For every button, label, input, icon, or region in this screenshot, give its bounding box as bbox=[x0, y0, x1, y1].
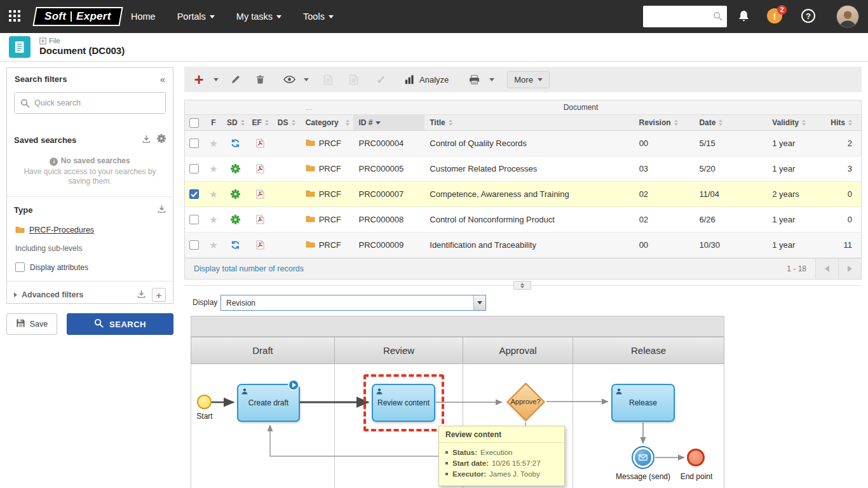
table-row[interactable]: ★ PRCF PRC000009 Identification and Trac… bbox=[185, 233, 861, 258]
col-header-ds[interactable]: DS bbox=[273, 115, 301, 130]
display-attributes-label: Display attributes bbox=[30, 263, 88, 272]
favorite-star-icon[interactable]: ★ bbox=[209, 214, 217, 226]
printer-icon bbox=[469, 75, 480, 85]
pdf-file-icon[interactable] bbox=[248, 139, 273, 148]
print-button[interactable] bbox=[463, 67, 485, 92]
task-review-content[interactable]: Review content bbox=[372, 384, 435, 422]
select-all-checkbox[interactable] bbox=[189, 118, 199, 128]
info-icon: i bbox=[50, 158, 58, 166]
tooltip-executor: Executor:James J. Tooby bbox=[445, 469, 558, 480]
eye-icon bbox=[283, 76, 295, 83]
total-records-link[interactable]: Display total number of records bbox=[194, 264, 304, 273]
status-released-icon bbox=[223, 215, 248, 224]
add-dropdown-caret[interactable] bbox=[210, 67, 220, 92]
pdf-file-icon[interactable] bbox=[248, 215, 273, 224]
favorite-star-icon[interactable]: ★ bbox=[209, 240, 217, 251]
col-header-validity[interactable]: Validity bbox=[767, 115, 827, 130]
row-checkbox[interactable] bbox=[189, 164, 199, 173]
pdf-file-icon[interactable] bbox=[248, 240, 273, 250]
add-filter-button[interactable]: + bbox=[152, 288, 166, 302]
nav-my-tasks[interactable]: My tasks bbox=[236, 11, 281, 22]
col-header-ef[interactable]: EF bbox=[248, 115, 273, 130]
row-checkbox[interactable] bbox=[189, 240, 199, 250]
status-released-icon bbox=[223, 189, 248, 199]
export-icon[interactable] bbox=[137, 289, 146, 301]
col-header-title[interactable]: Title bbox=[424, 115, 634, 130]
trash-icon bbox=[255, 74, 265, 85]
task-release[interactable]: Release bbox=[611, 384, 675, 422]
delete-button[interactable] bbox=[248, 67, 272, 92]
row-checkbox[interactable] bbox=[189, 189, 199, 199]
next-page-button[interactable] bbox=[838, 259, 861, 279]
favorite-star-icon[interactable]: ★ bbox=[209, 189, 217, 200]
add-button[interactable]: + bbox=[188, 67, 210, 92]
table-row-selected[interactable]: ★ PRCF PRC000007 Competence, Awareness a… bbox=[185, 182, 861, 207]
help-icon[interactable]: ? bbox=[801, 9, 815, 23]
save-search-button[interactable]: Save bbox=[6, 313, 57, 335]
table-row[interactable]: ★ PRCF PRC000004 Control of Quality Reco… bbox=[185, 131, 861, 156]
export-icon[interactable] bbox=[158, 204, 166, 215]
approve-button-disabled: ✓ bbox=[369, 67, 394, 92]
col-header-category[interactable]: Category bbox=[301, 115, 354, 130]
view-dropdown-caret[interactable] bbox=[300, 67, 310, 92]
search-button[interactable]: SEARCH bbox=[67, 313, 173, 335]
display-label: Display bbox=[193, 298, 217, 307]
view-button[interactable] bbox=[278, 67, 300, 92]
row-checkbox[interactable] bbox=[189, 139, 199, 148]
display-select-value: Revision bbox=[221, 295, 473, 310]
grid-toolbar: + ✓ Analyze More bbox=[184, 67, 862, 92]
table-row[interactable]: ★ PRCF PRC000005 Customer Related Proces… bbox=[185, 156, 861, 182]
collapse-sidebar-button[interactable]: « bbox=[160, 74, 165, 85]
edit-button[interactable] bbox=[224, 67, 248, 92]
lane-header-release: Release bbox=[573, 337, 724, 364]
col-header-sd[interactable]: SD bbox=[223, 115, 248, 130]
more-button[interactable]: More bbox=[507, 71, 550, 88]
favorite-star-icon[interactable]: ★ bbox=[209, 138, 217, 149]
table-row[interactable]: ★ PRCF PRC000008 Control of Nonconformin… bbox=[185, 207, 861, 233]
pdf-file-icon[interactable] bbox=[248, 189, 273, 199]
favorite-star-icon[interactable]: ★ bbox=[209, 163, 217, 175]
type-link-prcf-procedures[interactable]: PRCF-Procedures bbox=[29, 226, 94, 234]
pending-tasks-icon[interactable]: ! 2 bbox=[767, 8, 782, 24]
prev-page-button[interactable] bbox=[815, 259, 838, 279]
user-avatar[interactable] bbox=[836, 5, 859, 28]
page-header: File Document (DC003) bbox=[0, 33, 868, 62]
print-dropdown-caret[interactable] bbox=[485, 67, 496, 92]
end-event-node[interactable] bbox=[687, 449, 705, 466]
pdf-file-icon[interactable] bbox=[248, 164, 273, 173]
nav-home[interactable]: Home bbox=[131, 11, 156, 22]
splitter-handle[interactable] bbox=[513, 281, 531, 290]
person-icon bbox=[616, 388, 622, 396]
lane-header-review: Review bbox=[334, 337, 463, 364]
search-icon bbox=[94, 318, 104, 330]
message-send-event-node[interactable] bbox=[632, 446, 654, 469]
gateway-approve[interactable]: Approve? bbox=[506, 383, 545, 421]
document-icon bbox=[349, 74, 358, 85]
type-item: PRCF-Procedures bbox=[15, 224, 94, 236]
export-icon[interactable] bbox=[142, 134, 151, 146]
display-attributes-checkbox[interactable] bbox=[15, 262, 25, 272]
advanced-filters-toggle[interactable]: Advanced filters bbox=[14, 290, 83, 299]
topbar: Soft Expert Home Portals My tasks Tools … bbox=[0, 0, 868, 33]
nav-tools[interactable]: Tools bbox=[303, 11, 334, 22]
notifications-bell-icon[interactable] bbox=[737, 10, 750, 25]
col-header-hits[interactable]: Hits bbox=[827, 115, 861, 130]
softexpert-logo[interactable]: Soft Expert bbox=[32, 7, 123, 26]
app-label: File bbox=[49, 37, 60, 44]
gear-icon[interactable] bbox=[157, 134, 166, 146]
col-header-date[interactable]: Date bbox=[694, 115, 767, 130]
pagination-range: 1 - 18 bbox=[787, 264, 806, 273]
lane-header-approval: Approval bbox=[463, 337, 573, 364]
col-header-revision[interactable]: Revision bbox=[634, 115, 695, 130]
col-header-favorite[interactable]: F bbox=[204, 115, 223, 130]
apps-grid-icon[interactable] bbox=[9, 10, 22, 23]
chevron-down-icon[interactable] bbox=[473, 295, 485, 310]
start-event-node[interactable] bbox=[197, 395, 212, 409]
col-header-id[interactable]: ID # bbox=[353, 115, 424, 130]
analyze-button[interactable]: Analyze bbox=[404, 67, 449, 92]
display-select[interactable]: Revision bbox=[220, 295, 486, 311]
row-checkbox[interactable] bbox=[189, 215, 199, 224]
quick-search-input[interactable] bbox=[15, 93, 165, 113]
floppy-disk-icon bbox=[16, 318, 25, 330]
nav-portals[interactable]: Portals bbox=[177, 11, 215, 22]
